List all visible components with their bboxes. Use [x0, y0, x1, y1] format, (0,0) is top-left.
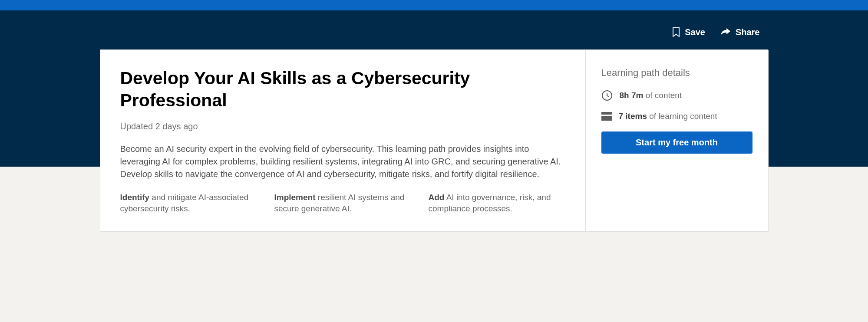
- hero-background: Save Share Develop Your AI Skills as a C…: [0, 10, 868, 232]
- top-brand-strip: [0, 0, 868, 10]
- objective-text: AI into governance, risk, and compliance…: [429, 193, 551, 214]
- page-actions-bar: Save Share: [100, 20, 769, 49]
- details-column: Learning path details 8h 7m of content 7…: [586, 50, 768, 231]
- duration-value: 8h 7m: [620, 91, 644, 100]
- clock-icon: [601, 90, 613, 101]
- items-value: 7 items: [619, 112, 647, 121]
- duration-suffix: of content: [643, 91, 682, 100]
- save-label: Save: [685, 27, 705, 37]
- duration-text: 8h 7m of content: [620, 91, 682, 100]
- objective-keyword: Add: [429, 193, 445, 202]
- share-label: Share: [736, 27, 760, 37]
- share-button[interactable]: Share: [720, 27, 760, 37]
- start-free-month-button[interactable]: Start my free month: [601, 131, 752, 154]
- duration-row: 8h 7m of content: [601, 90, 752, 101]
- save-button[interactable]: Save: [672, 27, 705, 37]
- objective-item: Identify and mitigate AI-associated cybe…: [120, 192, 257, 215]
- items-text: 7 items of learning content: [619, 112, 717, 121]
- learning-path-card: Develop Your AI Skills as a Cybersecurit…: [100, 49, 769, 232]
- content-stack-icon: [601, 112, 612, 121]
- bookmark-icon: [672, 27, 680, 37]
- share-icon: [720, 27, 731, 37]
- objective-keyword: Identify: [120, 193, 150, 202]
- objective-item: Add AI into governance, risk, and compli…: [429, 192, 565, 215]
- page-title: Develop Your AI Skills as a Cybersecurit…: [120, 67, 565, 112]
- objective-item: Implement resilient AI systems and secur…: [274, 192, 411, 215]
- path-description: Become an AI security expert in the evol…: [120, 143, 565, 181]
- objectives-row: Identify and mitigate AI-associated cybe…: [120, 192, 565, 215]
- items-suffix: of learning content: [647, 112, 717, 121]
- objective-keyword: Implement: [274, 193, 316, 202]
- details-heading: Learning path details: [601, 67, 752, 79]
- items-row: 7 items of learning content: [601, 112, 752, 121]
- main-column: Develop Your AI Skills as a Cybersecurit…: [100, 50, 586, 231]
- updated-timestamp: Updated 2 days ago: [120, 122, 565, 131]
